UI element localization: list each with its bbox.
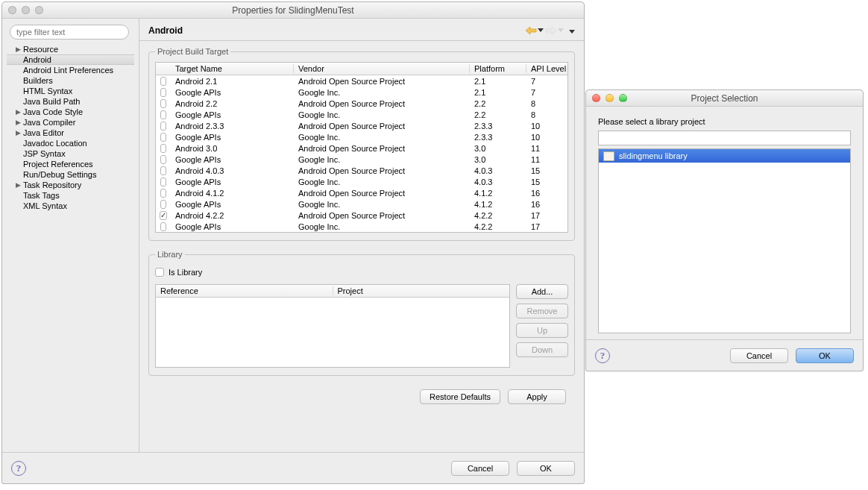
table-row[interactable]: Google APIsGoogle Inc.2.3.310 xyxy=(156,131,567,142)
target-checkbox[interactable] xyxy=(160,77,166,86)
sidebar-item-task-tags[interactable]: Task Tags xyxy=(14,190,134,201)
targets-table: Target Name Vendor Platform API Level An… xyxy=(155,62,568,233)
sidebar-item-task-repository[interactable]: ▶Task Repository xyxy=(14,180,134,190)
cell-api: 10 xyxy=(526,133,567,142)
remove-button[interactable]: Remove xyxy=(516,304,568,318)
target-checkbox[interactable] xyxy=(160,155,166,164)
cancel-button[interactable]: Cancel xyxy=(451,461,509,476)
disclosure-icon: ▶ xyxy=(16,129,23,136)
table-row[interactable]: Android 3.0Android Open Source Project3.… xyxy=(156,142,567,154)
table-row[interactable]: Android 2.2Android Open Source Project2.… xyxy=(156,98,567,109)
sidebar-item-builders[interactable]: Builders xyxy=(14,75,134,86)
table-row[interactable]: Google APIsGoogle Inc.4.1.216 xyxy=(156,198,567,210)
target-checkbox[interactable] xyxy=(160,110,166,119)
cell-platform: 4.0.3 xyxy=(470,166,526,175)
help-icon[interactable]: ? xyxy=(11,461,26,476)
sidebar-item-java-editor[interactable]: ▶Java Editor xyxy=(14,128,134,138)
sidebar-item-run-debug-settings[interactable]: Run/Debug Settings xyxy=(14,169,134,180)
sidebar-item-label: Run/Debug Settings xyxy=(23,170,96,179)
target-checkbox[interactable] xyxy=(160,189,166,198)
sidebar-item-java-code-style[interactable]: ▶Java Code Style xyxy=(14,107,134,117)
close-icon[interactable] xyxy=(8,6,16,14)
sidebar-item-xml-syntax[interactable]: XML Syntax xyxy=(14,201,134,211)
table-row[interactable]: Android 4.1.2Android Open Source Project… xyxy=(156,187,567,198)
table-row[interactable]: Android 4.0.3Android Open Source Project… xyxy=(156,165,567,176)
col-project[interactable]: Project xyxy=(333,286,510,295)
zoom-icon[interactable] xyxy=(35,6,43,14)
cell-api: 17 xyxy=(526,222,567,231)
sidebar-item-android[interactable]: Android xyxy=(7,54,134,65)
target-checkbox[interactable] xyxy=(160,222,166,231)
minimize-icon[interactable] xyxy=(606,94,614,102)
col-platform[interactable]: Platform xyxy=(470,64,526,73)
sidebar-item-label: Task Repository xyxy=(23,180,81,189)
cell-name: Google APIs xyxy=(171,200,294,209)
table-row[interactable]: ✓Android 4.2.2Android Open Source Projec… xyxy=(156,210,567,221)
cancel-button[interactable]: Cancel xyxy=(730,348,788,363)
sidebar-item-label: Android xyxy=(23,55,51,64)
project-icon xyxy=(603,151,614,161)
cell-name: Google APIs xyxy=(171,222,294,231)
col-vendor[interactable]: Vendor xyxy=(294,64,470,73)
nav-forward-icon[interactable] xyxy=(545,26,564,35)
down-button[interactable]: Down xyxy=(516,342,568,357)
restore-defaults-button[interactable]: Restore Defaults xyxy=(420,389,500,404)
table-row[interactable]: Google APIsGoogle Inc.4.2.217 xyxy=(156,221,567,232)
sidebar-item-javadoc-location[interactable]: Javadoc Location xyxy=(14,138,134,148)
close-icon[interactable] xyxy=(592,94,600,102)
apply-button[interactable]: Apply xyxy=(508,389,566,404)
cell-api: 15 xyxy=(526,178,567,186)
table-row[interactable]: Google APIsGoogle Inc.3.011 xyxy=(156,154,567,165)
table-row[interactable]: Google APIsGoogle Inc.2.17 xyxy=(156,87,567,98)
nav-back-icon[interactable] xyxy=(525,26,544,35)
col-target-name[interactable]: Target Name xyxy=(171,64,294,73)
zoom-icon[interactable] xyxy=(619,94,627,102)
sidebar-item-java-build-path[interactable]: Java Build Path xyxy=(14,96,134,107)
project-list[interactable]: slidingmenu library xyxy=(598,148,851,333)
add-button[interactable]: Add... xyxy=(516,284,568,299)
col-reference[interactable]: Reference xyxy=(156,286,333,295)
project-filter-input[interactable] xyxy=(598,131,851,145)
col-api-level[interactable]: API Level xyxy=(526,64,567,73)
sidebar-item-html-syntax[interactable]: HTML Syntax xyxy=(14,86,134,96)
cell-name: Google APIs xyxy=(171,110,294,119)
ok-button[interactable]: OK xyxy=(796,348,854,363)
sidebar-item-resource[interactable]: ▶Resource xyxy=(14,44,134,54)
list-item[interactable]: slidingmenu library xyxy=(599,149,850,163)
table-row[interactable]: Google APIsGoogle Inc.2.28 xyxy=(156,109,567,120)
page-title: Android xyxy=(148,25,525,36)
up-button[interactable]: Up xyxy=(516,323,568,338)
table-row[interactable]: Android 2.1Android Open Source Project2.… xyxy=(156,75,567,87)
cell-name: Android 4.1.2 xyxy=(171,189,294,198)
table-row[interactable]: Google APIsGoogle Inc.4.0.315 xyxy=(156,176,567,187)
target-checkbox[interactable] xyxy=(160,166,166,175)
sidebar-item-android-lint-preferences[interactable]: Android Lint Preferences xyxy=(14,65,134,75)
target-checkbox[interactable] xyxy=(160,133,166,142)
sidebar-item-java-compiler[interactable]: ▶Java Compiler xyxy=(14,117,134,128)
sidebar-item-label: Resource xyxy=(23,45,58,54)
ok-button[interactable]: OK xyxy=(517,461,575,476)
library-table[interactable]: Reference Project xyxy=(155,284,510,368)
cell-name: Android 3.0 xyxy=(171,144,294,153)
cell-platform: 2.1 xyxy=(470,88,526,97)
target-checkbox[interactable] xyxy=(160,88,166,97)
target-checkbox[interactable] xyxy=(160,144,166,153)
target-checkbox[interactable]: ✓ xyxy=(160,211,167,220)
table-row[interactable]: Android 2.3.3Android Open Source Project… xyxy=(156,120,567,131)
minimize-icon[interactable] xyxy=(22,6,30,14)
cell-api: 11 xyxy=(526,144,567,153)
target-checkbox[interactable] xyxy=(160,99,166,108)
target-checkbox[interactable] xyxy=(160,200,166,209)
sidebar-item-project-references[interactable]: Project References xyxy=(14,159,134,169)
sidebar-item-jsp-syntax[interactable]: JSP Syntax xyxy=(14,148,134,159)
is-library-checkbox[interactable] xyxy=(155,268,164,277)
target-checkbox[interactable] xyxy=(160,122,166,131)
is-library-label: Is Library xyxy=(169,268,202,277)
cell-vendor: Android Open Source Project xyxy=(294,211,470,220)
help-icon[interactable]: ? xyxy=(595,348,610,363)
target-checkbox[interactable] xyxy=(160,178,166,186)
cell-api: 16 xyxy=(526,200,567,209)
cell-api: 16 xyxy=(526,189,567,198)
view-menu-icon[interactable] xyxy=(568,26,575,35)
filter-input[interactable] xyxy=(10,25,129,40)
